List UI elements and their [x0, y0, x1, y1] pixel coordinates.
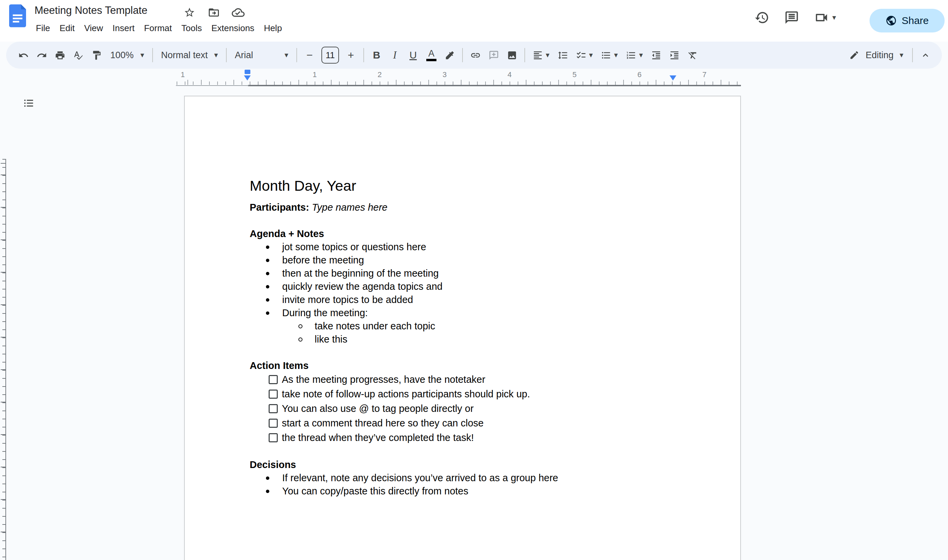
checklist-button[interactable]: ▾ — [572, 46, 597, 64]
undo-button[interactable] — [14, 46, 32, 64]
numbered-list-button[interactable]: ▾ — [622, 46, 647, 64]
agenda-list: jot some topics or questions here before… — [250, 240, 713, 346]
menu-extensions[interactable]: Extensions — [207, 20, 259, 36]
font-family-select[interactable]: Arial ▾ — [230, 46, 293, 64]
chevron-down-icon: ▾ — [214, 51, 218, 59]
chevron-down-icon[interactable]: ▾ — [832, 14, 836, 21]
hide-menus-button[interactable] — [916, 46, 934, 64]
show-document-outline-button[interactable] — [20, 94, 38, 112]
chevron-down-icon: ▾ — [285, 51, 288, 59]
list-item[interactable]: before the meeting — [250, 254, 713, 267]
action-items-heading[interactable]: Action Items — [250, 359, 713, 372]
menu-tools[interactable]: Tools — [177, 20, 207, 36]
participants-line[interactable]: Participants: Type names here — [250, 201, 713, 214]
list-item[interactable]: quickly review the agenda topics and — [250, 280, 713, 293]
decisions-heading[interactable]: Decisions — [250, 458, 713, 471]
list-item[interactable]: If relevant, note any decisions you’ve a… — [250, 471, 713, 485]
highlight-color-button[interactable] — [441, 46, 459, 64]
increase-font-size-button[interactable]: + — [342, 46, 360, 64]
decrease-indent-button[interactable] — [647, 46, 665, 64]
document-body: Month Day, Year Participants: Type names… — [185, 96, 740, 498]
font-size-input[interactable]: 11 — [321, 47, 339, 63]
checklist-item-text: the thread when they’ve completed the ta… — [282, 431, 474, 445]
checklist-item-text: take note of follow-up actions participa… — [282, 388, 530, 401]
add-comment-button[interactable] — [484, 46, 503, 64]
print-button[interactable] — [51, 46, 69, 64]
menu-bar: File Edit View Insert Format Tools Exten… — [31, 20, 287, 36]
menu-view[interactable]: View — [80, 20, 108, 36]
list-item[interactable]: You can copy/paste this directly from no… — [250, 485, 713, 498]
bold-button[interactable]: B — [367, 46, 386, 64]
insert-link-button[interactable] — [466, 46, 484, 64]
share-button[interactable]: Share — [869, 9, 945, 32]
paint-format-button[interactable] — [87, 46, 106, 64]
text-color-button[interactable]: A — [422, 46, 441, 64]
clear-formatting-button[interactable] — [683, 46, 702, 64]
right-indent-marker[interactable] — [669, 75, 676, 80]
italic-button[interactable]: I — [386, 46, 404, 64]
meet-video-call-button[interactable]: ▾ — [813, 9, 836, 26]
star-icon[interactable] — [183, 6, 196, 19]
version-history-icon[interactable] — [754, 9, 770, 26]
menu-file[interactable]: File — [31, 20, 55, 36]
doc-date-heading[interactable]: Month Day, Year — [250, 176, 713, 195]
menu-edit[interactable]: Edit — [55, 20, 80, 36]
agenda-heading[interactable]: Agenda + Notes — [250, 227, 713, 240]
paragraph-style-select[interactable]: Normal text ▾ — [156, 46, 223, 64]
redo-button[interactable] — [32, 46, 51, 64]
editing-mode-select[interactable]: Editing ▾ — [844, 50, 909, 60]
checklist-item[interactable]: the thread when they’ve completed the ta… — [250, 431, 713, 445]
app-header: Meeting Notes Template File Edit View In… — [0, 0, 948, 42]
checklist-item[interactable]: start a comment thread here so they can … — [250, 416, 713, 431]
document-outline-icon — [23, 97, 34, 109]
ruler-ticks-tall — [176, 80, 741, 85]
checkbox-unchecked[interactable] — [269, 418, 278, 428]
zoom-value: 100% — [110, 50, 134, 60]
menu-insert[interactable]: Insert — [108, 20, 139, 36]
checklist-item[interactable]: As the meeting progresses, have the note… — [250, 372, 713, 387]
menu-help[interactable]: Help — [259, 20, 287, 36]
vertical-ruler[interactable] — [1, 159, 6, 560]
toolbar-divider — [296, 48, 297, 62]
list-subitem[interactable]: take notes under each topic — [250, 320, 713, 333]
ruler-number: 4 — [507, 70, 512, 79]
document-title[interactable]: Meeting Notes Template — [34, 5, 148, 17]
toolbar-divider — [363, 48, 364, 62]
document-status-cloud-icon[interactable] — [231, 6, 245, 19]
checkbox-unchecked[interactable] — [269, 389, 278, 399]
comments-icon[interactable] — [783, 9, 800, 26]
zoom-select[interactable]: 100% ▾ — [106, 46, 149, 64]
line-spacing-button[interactable] — [553, 46, 572, 64]
checklist-item[interactable]: take note of follow-up actions participa… — [250, 387, 713, 402]
list-item[interactable]: During the meeting: — [250, 306, 713, 320]
horizontal-ruler[interactable]: 1 1 2 3 4 5 6 7 — [0, 69, 948, 86]
spelling-grammar-check-button[interactable] — [69, 46, 87, 64]
underline-button[interactable]: U — [404, 46, 422, 64]
checkbox-unchecked[interactable] — [269, 404, 278, 413]
increase-indent-button[interactable] — [665, 46, 683, 64]
docs-logo-icon[interactable] — [9, 5, 26, 28]
toolbar-divider — [912, 48, 913, 62]
first-line-indent-marker[interactable] — [245, 70, 250, 74]
list-subitem[interactable]: like this — [250, 333, 713, 346]
checkbox-unchecked[interactable] — [269, 375, 278, 384]
checklist-item-text: As the meeting progresses, have the note… — [282, 373, 485, 386]
decrease-font-size-button[interactable]: − — [301, 46, 319, 64]
font-family-value: Arial — [235, 50, 253, 60]
insert-image-button[interactable] — [503, 46, 521, 64]
move-to-folder-icon[interactable] — [207, 6, 220, 19]
list-item[interactable]: invite more topics to be added — [250, 293, 713, 306]
ruler-number: 3 — [442, 70, 447, 79]
checklist-item[interactable]: You can also use @ to tag people directl… — [250, 402, 713, 416]
chevron-down-icon: ▾ — [900, 51, 903, 59]
bulleted-list-button[interactable]: ▾ — [597, 46, 622, 64]
chevron-down-icon: ▾ — [639, 51, 643, 59]
left-indent-marker[interactable] — [244, 75, 251, 80]
text-color-icon: A — [426, 49, 436, 61]
list-item[interactable]: jot some topics or questions here — [250, 240, 713, 254]
align-button[interactable]: ▾ — [529, 46, 553, 64]
menu-format[interactable]: Format — [139, 20, 177, 36]
document-page[interactable]: Month Day, Year Participants: Type names… — [184, 96, 741, 560]
list-item[interactable]: then at the beginning of the meeting — [250, 267, 713, 280]
checkbox-unchecked[interactable] — [269, 433, 278, 442]
